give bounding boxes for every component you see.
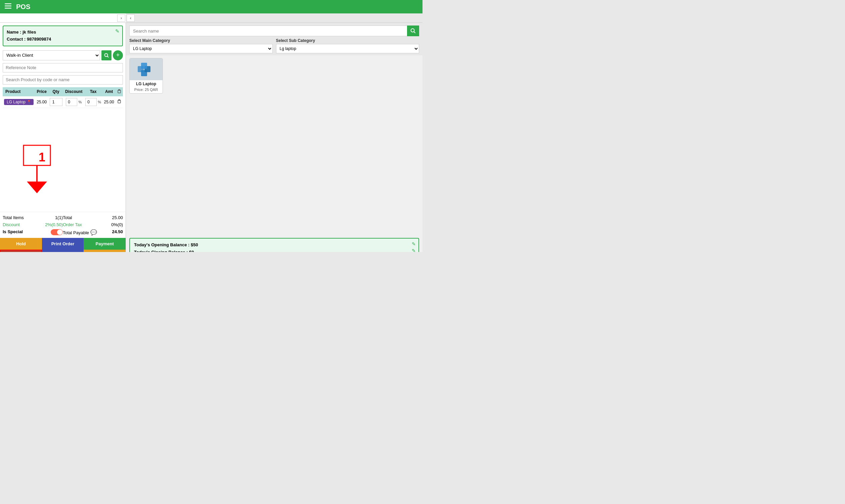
search-name-input[interactable] bbox=[129, 25, 407, 36]
topbar: POS bbox=[0, 0, 422, 14]
toggle-knob bbox=[57, 230, 63, 235]
product-price: 25.00 bbox=[35, 96, 48, 108]
customer-contact-label: Contact : bbox=[7, 37, 25, 42]
balance-info-box: Today's Opening Balance : $50 Today's Cl… bbox=[129, 238, 419, 252]
discount-label: Discount bbox=[3, 222, 20, 227]
total-payable-label: Total Payable 💬 bbox=[63, 229, 97, 236]
hold-orders-button[interactable]: Hold Orders bbox=[42, 250, 84, 252]
right-panel: Select Main Category LG Laptop Select Su… bbox=[126, 23, 422, 252]
svg-point-3 bbox=[105, 53, 108, 56]
discount-input[interactable] bbox=[66, 98, 77, 106]
opening-balance-label: Today's Opening Balance : bbox=[134, 242, 189, 247]
main-category-select[interactable]: LG Laptop bbox=[129, 44, 273, 53]
col-price: Price bbox=[35, 87, 48, 96]
total-label: Total bbox=[63, 215, 72, 220]
nav-forward-arrow[interactable]: › bbox=[117, 14, 125, 22]
product-card-price: Price: 25 QAR bbox=[130, 87, 162, 93]
customer-name-label: Name : bbox=[7, 30, 21, 35]
total-value: 25.00 bbox=[112, 215, 123, 220]
col-tax: Tax bbox=[84, 87, 103, 96]
summary-right-col: Total 25.00 Order Tax 0%(0) Total Payabl… bbox=[63, 214, 123, 237]
discount-pct: % bbox=[79, 100, 82, 104]
svg-rect-6 bbox=[118, 100, 121, 103]
product-badge[interactable]: LG Laptop 📍 bbox=[4, 99, 34, 105]
product-card-lg-laptop[interactable]: LG Laptop Price: 25 QAR bbox=[129, 58, 163, 94]
is-special-toggle[interactable] bbox=[51, 229, 63, 235]
menu-icon[interactable] bbox=[5, 3, 12, 11]
action-buttons: Hold Print Order Payment Return Order Ho… bbox=[0, 238, 126, 252]
spacer bbox=[0, 108, 126, 212]
total-payable-row: Total Payable 💬 24.50 bbox=[63, 228, 123, 237]
svg-rect-16 bbox=[141, 63, 147, 69]
col-qty: Qty bbox=[48, 87, 64, 96]
panel-nav-right: ‹ bbox=[126, 14, 422, 23]
total-payable-value: 24.50 bbox=[112, 229, 123, 236]
customer-contact-value: 9878909874 bbox=[27, 37, 51, 42]
product-grid: LG Laptop Price: 25 QAR bbox=[126, 55, 422, 236]
customer-name-value: jk files bbox=[22, 30, 36, 35]
right-top: Select Main Category LG Laptop Select Su… bbox=[126, 23, 422, 55]
main-container: Name : jk files Contact : 9878909874 ✎ W… bbox=[0, 23, 422, 252]
total-items-row: Total Items 1(1) bbox=[3, 214, 63, 221]
col-amt: Amt bbox=[102, 87, 115, 96]
table-row: LG Laptop 📍 25.00 % % 25.00 bbox=[3, 96, 123, 108]
product-card-name: LG Laptop bbox=[130, 80, 162, 87]
order-tax-value: 0%(0) bbox=[111, 222, 123, 227]
svg-rect-0 bbox=[5, 3, 12, 4]
chat-icon: 💬 bbox=[90, 230, 97, 235]
qty-input[interactable] bbox=[50, 98, 63, 106]
order-tax-row: Order Tax 0%(0) bbox=[63, 221, 123, 228]
sub-category-group: Select Sub Category Lg laptop bbox=[276, 38, 419, 53]
customer-info-box: Name : jk files Contact : 9878909874 ✎ bbox=[3, 25, 123, 46]
hold-button[interactable]: Hold bbox=[0, 238, 42, 250]
search-row bbox=[129, 25, 419, 36]
reference-note-input[interactable] bbox=[3, 63, 123, 72]
product-name: LG Laptop bbox=[7, 100, 25, 104]
svg-line-4 bbox=[107, 56, 109, 57]
product-card-image bbox=[130, 58, 162, 80]
app-title: POS bbox=[16, 3, 30, 11]
product-image-svg bbox=[136, 60, 156, 78]
svg-point-11 bbox=[411, 29, 414, 32]
walk-in-add-button[interactable]: + bbox=[113, 50, 123, 60]
closing-balance-value: $0 bbox=[189, 250, 194, 252]
category-row: Select Main Category LG Laptop Select Su… bbox=[129, 38, 419, 53]
search-name-button[interactable] bbox=[407, 25, 419, 36]
summary-two-col: Total Items 1(1) Discount 2%(0.50) Is Sp… bbox=[3, 214, 123, 237]
pin-icon: 📍 bbox=[27, 100, 31, 104]
row-delete-button[interactable] bbox=[117, 99, 122, 105]
print-order-button[interactable]: Print Order bbox=[42, 238, 84, 250]
walk-in-search-button[interactable] bbox=[101, 50, 111, 60]
total-row: Total 25.00 bbox=[63, 214, 123, 221]
return-order-button[interactable]: Return Order bbox=[0, 250, 42, 252]
walk-in-select[interactable]: Walk-in Client bbox=[3, 50, 100, 60]
panel-nav-left: › bbox=[0, 14, 126, 23]
customer-edit-icon[interactable]: ✎ bbox=[115, 28, 120, 34]
svg-rect-5 bbox=[118, 90, 121, 93]
main-category-label: Select Main Category bbox=[129, 38, 273, 43]
paid-orders-button[interactable]: Paid Orders bbox=[84, 250, 126, 252]
balance-edit-icon-1[interactable]: ✎ bbox=[412, 241, 416, 247]
discount-row: Discount 2%(0.50) bbox=[3, 221, 63, 228]
payment-button[interactable]: Payment bbox=[84, 238, 126, 250]
summary-left-col: Total Items 1(1) Discount 2%(0.50) Is Sp… bbox=[3, 214, 63, 237]
search-product-input[interactable] bbox=[3, 75, 123, 85]
col-delete bbox=[116, 87, 123, 96]
order-tax-label: Order Tax bbox=[63, 222, 82, 227]
discount-value: 2%(0.50) bbox=[45, 222, 63, 227]
tax-input[interactable] bbox=[85, 98, 97, 106]
opening-balance-value: $50 bbox=[191, 242, 198, 247]
walk-in-row: Walk-in Client + bbox=[3, 50, 123, 60]
nav-back-arrow[interactable]: ‹ bbox=[127, 14, 135, 22]
is-special-row: Is Special bbox=[3, 228, 63, 236]
is-special-label: Is Special bbox=[3, 229, 23, 235]
col-discount: Discount bbox=[64, 87, 84, 96]
svg-rect-2 bbox=[5, 8, 12, 9]
balance-edit-icon-2[interactable]: ✎ bbox=[412, 248, 416, 252]
left-panel: Name : jk files Contact : 9878909874 ✎ W… bbox=[0, 23, 126, 252]
svg-rect-1 bbox=[5, 5, 12, 6]
summary-area: Total Items 1(1) Discount 2%(0.50) Is Sp… bbox=[0, 212, 126, 238]
sub-category-select[interactable]: Lg laptop bbox=[276, 44, 419, 53]
panel-nav: › ‹ bbox=[0, 14, 422, 23]
col-product: Product bbox=[3, 87, 35, 96]
